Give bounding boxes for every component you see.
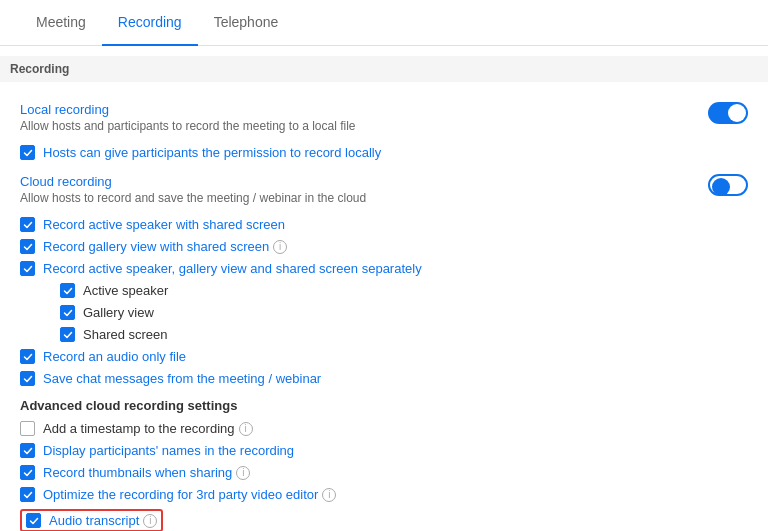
cloud-recording-left: Cloud recording Allow hosts to record an… bbox=[20, 174, 688, 205]
adv-opt-3: Optimize the recording for 3rd party vid… bbox=[20, 487, 748, 502]
tab-meeting[interactable]: Meeting bbox=[20, 0, 102, 46]
check-icon bbox=[23, 374, 33, 384]
adv-label-4: Audio transcript bbox=[49, 513, 139, 528]
cloud-cb-7[interactable] bbox=[20, 371, 35, 386]
adv-opt-4: Audio transcript i bbox=[20, 509, 748, 531]
local-recording-checkbox[interactable] bbox=[20, 145, 35, 160]
adv-info-4[interactable]: i bbox=[143, 514, 157, 528]
cloud-recording-toggle-container bbox=[708, 174, 748, 196]
cloud-label-1: Record gallery view with shared screen bbox=[43, 239, 269, 254]
local-recording-toggle[interactable] bbox=[708, 102, 748, 124]
adv-opt-2: Record thumbnails when sharing i bbox=[20, 465, 748, 480]
check-icon bbox=[23, 446, 33, 456]
cloud-label-4: Gallery view bbox=[83, 305, 154, 320]
cloud-cb-5[interactable] bbox=[60, 327, 75, 342]
adv-cb-0[interactable] bbox=[20, 421, 35, 436]
cloud-cb-6[interactable] bbox=[20, 349, 35, 364]
cloud-cb-4[interactable] bbox=[60, 305, 75, 320]
advanced-options: Add a timestamp to the recording i Displ… bbox=[20, 421, 748, 531]
cloud-cb-2[interactable] bbox=[20, 261, 35, 276]
check-icon bbox=[23, 352, 33, 362]
tab-recording[interactable]: Recording bbox=[102, 0, 198, 46]
local-recording-row: Local recording Allow hosts and particip… bbox=[20, 98, 748, 137]
cloud-recording-toggle[interactable] bbox=[708, 174, 748, 196]
adv-opt-1: Display participants' names in the recor… bbox=[20, 443, 748, 458]
adv-label-3: Optimize the recording for 3rd party vid… bbox=[43, 487, 318, 502]
adv-info-0[interactable]: i bbox=[239, 422, 253, 436]
check-icon bbox=[23, 242, 33, 252]
cloud-label-7: Save chat messages from the meeting / we… bbox=[43, 371, 321, 386]
tab-telephone[interactable]: Telephone bbox=[198, 0, 295, 46]
local-recording-left: Local recording Allow hosts and particip… bbox=[20, 102, 688, 133]
check-icon bbox=[23, 490, 33, 500]
cloud-cb-1[interactable] bbox=[20, 239, 35, 254]
adv-cb-4[interactable] bbox=[26, 513, 41, 528]
cloud-opt-1: Record gallery view with shared screen i bbox=[20, 239, 748, 254]
local-recording-toggle-knob bbox=[728, 104, 746, 122]
check-icon bbox=[29, 516, 39, 526]
adv-info-3[interactable]: i bbox=[322, 488, 336, 502]
cloud-opt-4: Gallery view bbox=[20, 305, 748, 320]
cloud-opt-0: Record active speaker with shared screen bbox=[20, 217, 748, 232]
cloud-label-6: Record an audio only file bbox=[43, 349, 186, 364]
content-area: Recording Local recording Allow hosts an… bbox=[0, 56, 768, 531]
advanced-title: Advanced cloud recording settings bbox=[20, 398, 748, 413]
adv-cb-3[interactable] bbox=[20, 487, 35, 502]
cloud-cb-0[interactable] bbox=[20, 217, 35, 232]
check-icon bbox=[63, 286, 73, 296]
cloud-opt-3: Active speaker bbox=[20, 283, 748, 298]
cloud-recording-row: Cloud recording Allow hosts to record an… bbox=[20, 170, 748, 209]
check-icon bbox=[23, 148, 33, 158]
check-icon bbox=[23, 468, 33, 478]
info-icon-1[interactable]: i bbox=[273, 240, 287, 254]
local-recording-toggle-container bbox=[708, 102, 748, 124]
cloud-label-5: Shared screen bbox=[83, 327, 168, 342]
check-icon bbox=[63, 330, 73, 340]
cloud-label-2: Record active speaker, gallery view and … bbox=[43, 261, 422, 276]
audio-transcript-highlight: Audio transcript i bbox=[20, 509, 163, 531]
cloud-recording-options: Record active speaker with shared screen… bbox=[20, 217, 748, 386]
adv-info-2[interactable]: i bbox=[236, 466, 250, 480]
check-icon bbox=[63, 308, 73, 318]
adv-cb-2[interactable] bbox=[20, 465, 35, 480]
section-header-recording: Recording bbox=[0, 56, 768, 82]
tabs-bar: Meeting Recording Telephone bbox=[0, 0, 768, 46]
local-recording-title: Local recording bbox=[20, 102, 688, 117]
cloud-recording-desc: Allow hosts to record and save the meeti… bbox=[20, 191, 688, 205]
cloud-cb-3[interactable] bbox=[60, 283, 75, 298]
cloud-opt-7: Save chat messages from the meeting / we… bbox=[20, 371, 748, 386]
check-icon bbox=[23, 220, 33, 230]
cloud-opt-6: Record an audio only file bbox=[20, 349, 748, 364]
local-recording-checkbox-label: Hosts can give participants the permissi… bbox=[43, 145, 381, 160]
adv-opt-0: Add a timestamp to the recording i bbox=[20, 421, 748, 436]
adv-label-1: Display participants' names in the recor… bbox=[43, 443, 294, 458]
cloud-recording-toggle-knob bbox=[712, 178, 730, 196]
cloud-label-3: Active speaker bbox=[83, 283, 168, 298]
cloud-opt-2: Record active speaker, gallery view and … bbox=[20, 261, 748, 276]
adv-label-0: Add a timestamp to the recording bbox=[43, 421, 235, 436]
adv-label-2: Record thumbnails when sharing bbox=[43, 465, 232, 480]
adv-cb-1[interactable] bbox=[20, 443, 35, 458]
local-recording-desc: Allow hosts and participants to record t… bbox=[20, 119, 688, 133]
cloud-recording-title: Cloud recording bbox=[20, 174, 688, 189]
local-recording-checkbox-row: Hosts can give participants the permissi… bbox=[20, 145, 748, 160]
cloud-opt-5: Shared screen bbox=[20, 327, 748, 342]
cloud-label-0: Record active speaker with shared screen bbox=[43, 217, 285, 232]
check-icon bbox=[23, 264, 33, 274]
